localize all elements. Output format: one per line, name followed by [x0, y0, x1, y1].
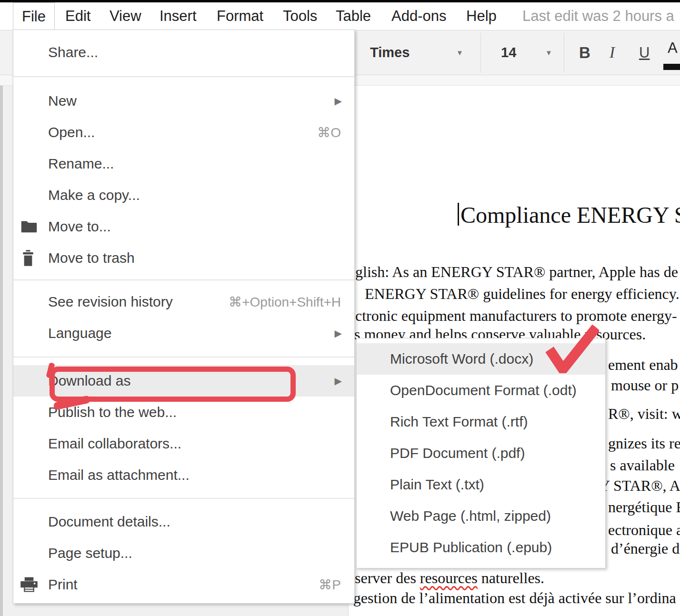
menu-item-label: Share... [48, 44, 98, 60]
menu-item-label: Print [48, 576, 78, 593]
file-menu-panel: Share... New ▶ Open... ⌘O Rename... Make… [13, 30, 355, 604]
shortcut-label: ⌘P [319, 577, 341, 593]
document-text-fragment[interactable]: d’énergie d [611, 540, 680, 557]
menu-insert[interactable]: Insert [160, 2, 197, 30]
last-edit-status[interactable]: Last edit was 2 hours a [522, 2, 674, 30]
submenu-item-rtf[interactable]: Rich Text Format (.rtf) [357, 406, 605, 437]
menubar: Edit View Insert Format Tools Table Add-… [0, 2, 680, 30]
document-body-line[interactable]: ctronic equipment manufacturers to promo… [355, 307, 677, 325]
menu-tools[interactable]: Tools [283, 2, 317, 30]
italic-button[interactable]: I [610, 30, 615, 75]
document-text-fragment[interactable]: ectronique a [608, 521, 680, 539]
menu-item-label: Document details... [48, 514, 170, 530]
underline-button[interactable]: U [639, 30, 650, 75]
bold-button[interactable]: B [579, 30, 590, 75]
menu-item-label: Email as attachment... [48, 467, 190, 483]
menu-item-label: Make a copy... [48, 187, 140, 203]
menu-help[interactable]: Help [466, 2, 497, 30]
menu-separator [13, 498, 354, 499]
document-text-fragment[interactable]: ement enab [608, 356, 678, 374]
left-gutter [0, 30, 13, 616]
text-run: naturelles. [478, 569, 544, 586]
document-title[interactable]: Compliance ENERGY S [460, 202, 680, 228]
menu-item-label: Move to... [48, 219, 111, 235]
shortcut-label: ⌘O [317, 125, 341, 140]
google-docs-window: Compliance ENERGY S glish: As an ENERGY … [0, 0, 680, 616]
document-text-fragment[interactable]: Y STAR®, A [599, 477, 680, 495]
menu-format[interactable]: Format [217, 2, 263, 30]
menu-item-label: New [48, 93, 77, 109]
menu-item-see-revision-history[interactable]: See revision history ⌘+Option+Shift+H [13, 286, 354, 318]
menu-view[interactable]: View [110, 2, 141, 30]
document-text-fragment[interactable]: gnizes its re [608, 435, 680, 452]
submenu-item-odt[interactable]: OpenDocument Format (.odt) [357, 375, 605, 406]
chevron-down-icon[interactable]: ▼ [456, 30, 463, 75]
menu-item-move-to-trash[interactable]: Move to trash [13, 242, 354, 274]
menu-item-email-as-attachment[interactable]: Email as attachment... [13, 459, 354, 491]
document-text-fragment[interactable]: R®, visit: w [608, 405, 680, 423]
menu-item-label: Open... [48, 124, 95, 140]
printer-icon [20, 576, 38, 593]
menu-item-language[interactable]: Language ▶ [13, 318, 354, 349]
menu-item-label: Move to trash [48, 250, 135, 266]
folder-icon [20, 219, 38, 235]
menu-table[interactable]: Table [336, 2, 371, 30]
submenu-item-txt[interactable]: Plain Text (.txt) [357, 469, 605, 500]
browser-edge-bar [0, 0, 680, 2]
submenu-item-pdf[interactable]: PDF Document (.pdf) [357, 437, 605, 469]
submenu-arrow-icon: ▶ [335, 95, 342, 107]
menu-item-open[interactable]: Open... ⌘O [13, 117, 354, 148]
chevron-down-icon[interactable]: ▼ [545, 30, 552, 75]
font-family-select[interactable]: Times [370, 30, 410, 75]
document-text-fragment[interactable]: mouse or p [611, 377, 679, 394]
misspelled-word[interactable]: resources [420, 569, 478, 586]
submenu-item-html[interactable]: Web Page (.html, zipped) [357, 500, 605, 532]
document-text-fragment[interactable]: nergétique E [608, 498, 680, 516]
document-body-line[interactable]: glish: As an ENERGY STAR® partner, Apple… [355, 263, 678, 281]
text-cursor [458, 203, 459, 226]
submenu-item-epub[interactable]: EPUB Publication (.epub) [357, 532, 605, 563]
menu-item-new[interactable]: New ▶ [13, 85, 354, 117]
menu-separator [13, 357, 354, 358]
menu-item-make-a-copy[interactable]: Make a copy... [13, 179, 354, 211]
menu-item-move-to[interactable]: Move to... [13, 211, 354, 242]
text-run: server des [355, 569, 420, 586]
annotation-checkmark [546, 325, 599, 375]
font-size-select[interactable]: 14 [501, 30, 516, 75]
menu-item-document-details[interactable]: Document details... [13, 506, 354, 537]
document-text-fragment[interactable]: s available [610, 457, 675, 474]
menu-item-print[interactable]: Print ⌘P [13, 569, 354, 600]
menu-item-label: Email collaborators... [48, 436, 181, 452]
menu-item-share[interactable]: Share... [13, 37, 354, 68]
submenu-arrow-icon: ▶ [335, 328, 342, 339]
menu-item-page-setup[interactable]: Page setup... [13, 537, 354, 569]
toolbar-divider [480, 33, 481, 73]
menu-item-label: See revision history [48, 294, 173, 310]
menu-edit[interactable]: Edit [65, 2, 90, 30]
menu-item-label: Language [48, 325, 111, 341]
document-body-line[interactable]: La gestion de l’alimentation est déjà ac… [333, 589, 676, 607]
menu-separator [13, 279, 354, 280]
text-color-swatch[interactable] [663, 64, 680, 70]
document-body-line[interactable]: ENERGY STAR® guidelines for energy effic… [365, 285, 680, 303]
trash-icon [20, 249, 36, 267]
menu-file[interactable]: File [13, 2, 55, 30]
shortcut-label: ⌘+Option+Shift+H [229, 294, 341, 310]
document-body-line[interactable]: server des resources naturelles. [355, 569, 544, 587]
menu-item-email-collaborators[interactable]: Email collaborators... [13, 428, 354, 459]
menu-separator [13, 76, 354, 77]
submenu-arrow-icon: ▶ [335, 375, 342, 387]
menu-item-label: Page setup... [48, 545, 132, 561]
menu-item-rename[interactable]: Rename... [13, 148, 354, 179]
toolbar-divider [564, 33, 564, 73]
menu-addons[interactable]: Add-ons [391, 2, 446, 30]
menu-item-label: Rename... [48, 156, 114, 172]
